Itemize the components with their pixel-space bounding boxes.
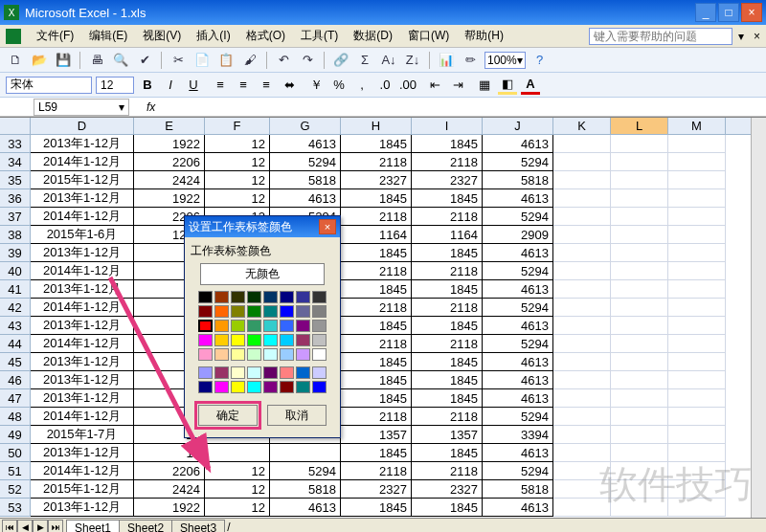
cell[interactable]: 2118 [341,153,412,171]
open-icon[interactable]: 📂 [30,51,49,70]
cell[interactable] [553,262,611,280]
color-swatch[interactable] [231,291,245,303]
help-icon[interactable]: ? [530,51,550,70]
row-header[interactable]: 53 [0,499,31,517]
color-swatch[interactable] [214,305,229,318]
row-header[interactable]: 40 [0,262,31,280]
cell[interactable]: 2013年1-12月 [31,244,134,262]
color-swatch[interactable] [280,366,294,379]
menu-item[interactable]: 工具(T) [293,27,346,44]
color-swatch[interactable] [296,348,310,361]
cell[interactable] [553,280,611,299]
color-swatch[interactable] [247,320,261,332]
row-header[interactable]: 39 [0,244,31,262]
cell[interactable]: 5294 [483,335,553,353]
cell[interactable]: 2013年1-12月 [31,444,134,462]
borders-icon[interactable]: ▦ [475,76,494,95]
cell[interactable] [553,389,611,408]
cell[interactable]: 2118 [412,153,483,171]
color-swatch[interactable] [263,381,278,393]
link-icon[interactable]: 🔗 [331,51,350,70]
cell[interactable]: 1845 [341,317,412,335]
cell[interactable] [668,280,726,299]
no-color-button[interactable]: 无颜色 [200,263,325,285]
cell[interactable]: 5294 [270,153,341,171]
cell[interactable]: 2015年1-7月 [31,426,134,444]
color-swatch[interactable] [280,348,294,361]
cell[interactable]: 2014年1-12月 [31,153,134,171]
comma-icon[interactable]: , [352,76,372,95]
menu-item[interactable]: 文件(F) [29,27,81,44]
tab-nav-first[interactable]: ⏮ [2,520,17,532]
cell[interactable]: 5294 [483,462,553,480]
cell[interactable]: 1845 [341,389,412,408]
cell[interactable]: 4613 [483,135,553,153]
percent-icon[interactable]: % [329,76,349,95]
cell[interactable]: 2206 [134,462,205,480]
row-header[interactable]: 48 [0,408,31,426]
cell[interactable]: 2118 [412,408,483,426]
cell[interactable] [553,135,611,153]
dialog-titlebar[interactable]: 设置工作表标签颜色 × [185,216,340,237]
cell[interactable]: 4613 [483,244,553,262]
cell[interactable] [611,153,668,171]
new-icon[interactable]: 🗋 [6,51,25,70]
italic-icon[interactable]: I [161,76,180,95]
cell[interactable] [668,262,726,280]
color-swatch[interactable] [312,334,327,346]
cell[interactable]: 2013年1-12月 [31,189,134,208]
inc-indent-icon[interactable]: ⇥ [448,76,467,95]
cell[interactable] [668,499,726,517]
cell[interactable]: 2013年1-12月 [31,389,134,408]
color-swatch[interactable] [231,334,245,346]
color-swatch[interactable] [231,320,245,332]
cell[interactable]: 4613 [270,189,341,208]
cell[interactable]: 12 [205,153,270,171]
cell[interactable] [553,317,611,335]
cell[interactable] [611,189,668,208]
color-swatch[interactable] [214,320,229,332]
cell[interactable]: 2424 [134,480,205,499]
cell[interactable] [611,208,668,226]
color-swatch[interactable] [296,291,310,303]
row-header[interactable]: 51 [0,462,31,480]
cell[interactable] [611,135,668,153]
color-swatch[interactable] [280,291,294,303]
cell[interactable] [611,262,668,280]
merge-icon[interactable]: ⬌ [280,76,299,95]
maximize-button[interactable]: □ [718,3,739,22]
color-swatch[interactable] [198,305,213,318]
tab-nav-last[interactable]: ⏭ [48,520,63,532]
color-swatch[interactable] [296,334,310,346]
cell[interactable]: 4613 [270,135,341,153]
ok-button[interactable]: 确定 [198,405,258,426]
copy-icon[interactable]: 📄 [192,51,212,70]
cell[interactable]: 1845 [341,353,412,371]
cell[interactable]: 3394 [483,426,553,444]
cell[interactable]: 1357 [341,426,412,444]
font-color-icon[interactable]: A [521,76,540,95]
cell[interactable]: 1845 [412,499,483,517]
cell[interactable]: 1845 [341,444,412,462]
cell[interactable]: 4613 [270,499,341,517]
cell[interactable]: 2118 [412,335,483,353]
color-swatch[interactable] [280,305,294,318]
cell[interactable]: 1845 [412,135,483,153]
cell[interactable] [205,444,270,462]
color-swatch[interactable] [280,381,294,393]
cell[interactable] [611,299,668,317]
cell[interactable]: 1922 [134,135,205,153]
cell[interactable] [270,444,341,462]
cell[interactable]: 1845 [341,499,412,517]
cell[interactable]: 1845 [341,189,412,208]
cell[interactable]: 2014年1-12月 [31,408,134,426]
cell[interactable] [553,208,611,226]
save-icon[interactable]: 💾 [54,51,73,70]
cell[interactable]: 2015年1-6月 [31,226,134,244]
row-header[interactable]: 49 [0,426,31,444]
dec-decimal-icon[interactable]: .00 [398,76,417,95]
cell[interactable] [668,462,726,480]
cell[interactable]: 2013年1-12月 [31,499,134,517]
cell[interactable] [553,499,611,517]
color-swatch[interactable] [312,381,327,393]
